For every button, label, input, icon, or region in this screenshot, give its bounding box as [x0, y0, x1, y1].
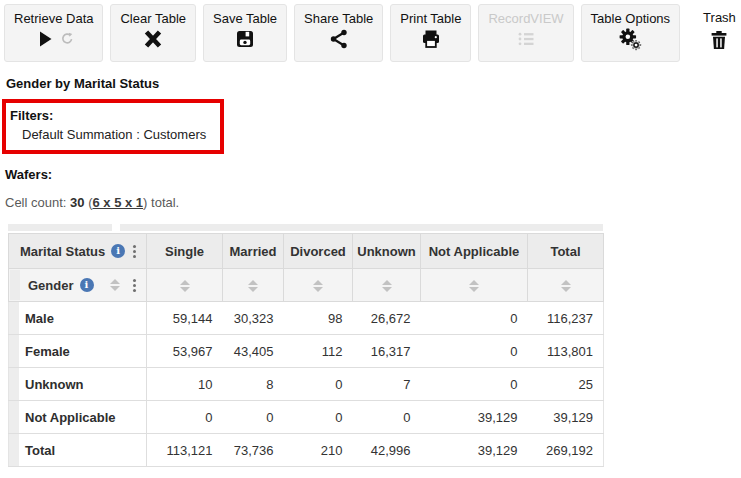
row-label: Female: [19, 344, 70, 359]
cell-na-single: 0: [147, 401, 223, 434]
cell-male-single: 59,144: [147, 302, 223, 335]
refresh-icon: [60, 31, 75, 49]
cell-unknown-unknown: 7: [353, 368, 421, 401]
trash-icon: [707, 28, 731, 55]
column-header-unknown: Unknown: [353, 234, 421, 269]
cell-female-single: 53,967: [147, 335, 223, 368]
marital-status-info-icon[interactable]: [111, 244, 125, 258]
sort-married[interactable]: [248, 280, 258, 292]
table-row-female: Female 53,967 43,405 112 16,317 0 113,80…: [9, 335, 604, 368]
table-options-button[interactable]: Table Options: [581, 4, 681, 62]
recordview-label: RecordVIEW: [488, 11, 563, 26]
cell-female-divorced: 112: [284, 335, 353, 368]
table-row-not-applicable: Not Applicable 0 0 0 0 39,129 39,129: [9, 401, 604, 434]
record-list-icon: [514, 27, 538, 54]
cell-total-unknown: 42,996: [353, 434, 421, 467]
row-dimension-title: Gender: [28, 278, 74, 293]
cell-total-divorced: 210: [284, 434, 353, 467]
row-label: Unknown: [19, 377, 84, 392]
column-header-not-applicable: Not Applicable: [421, 234, 528, 269]
toolbar: Retrieve Data Clear Table Save Table: [0, 0, 741, 62]
save-floppy-icon: [233, 27, 257, 54]
cell-male-not-applicable: 0: [421, 302, 528, 335]
clear-table-label: Clear Table: [120, 11, 186, 26]
row-label: Not Applicable: [19, 410, 116, 425]
sort-unknown[interactable]: [382, 280, 392, 292]
share-table-label: Share Table: [304, 11, 373, 26]
cell-unknown-not-applicable: 0: [421, 368, 528, 401]
print-table-label: Print Table: [400, 11, 461, 26]
cell-female-married: 43,405: [223, 335, 284, 368]
share-icon: [327, 27, 351, 54]
filters-highlight-box: Filters: Default Summation : Customers: [2, 99, 224, 154]
column-header-married: Married: [223, 234, 284, 269]
row-label: Male: [19, 311, 54, 326]
cell-unknown-single: 10: [147, 368, 223, 401]
cell-na-married: 0: [223, 401, 284, 434]
data-table: Marital Status Single Married Divorced U…: [8, 224, 603, 467]
cell-total-married: 73,736: [223, 434, 284, 467]
retrieve-data-button[interactable]: Retrieve Data: [4, 4, 103, 62]
gender-menu-icon[interactable]: [133, 284, 136, 287]
sort-total[interactable]: [561, 280, 571, 292]
cell-male-divorced: 98: [284, 302, 353, 335]
wafers-heading: Wafers:: [5, 167, 741, 182]
gears-icon: [617, 26, 643, 55]
cell-count-prefix: Cell count:: [5, 195, 70, 210]
table-row-male: Male 59,144 30,323 98 26,672 0 116,237: [9, 302, 604, 335]
gender-sort-control[interactable]: [110, 279, 120, 291]
cell-na-divorced: 0: [284, 401, 353, 434]
retrieve-data-label: Retrieve Data: [14, 11, 93, 26]
save-table-button[interactable]: Save Table: [203, 4, 287, 62]
column-header-single: Single: [147, 234, 223, 269]
trash-label: Trash: [703, 10, 736, 25]
column-header-divorced: Divorced: [284, 234, 353, 269]
cell-female-not-applicable: 0: [421, 335, 528, 368]
sort-controls-row: Gender: [9, 269, 604, 302]
filters-value: Default Summation : Customers: [22, 127, 206, 142]
clear-x-icon: [141, 27, 165, 54]
marital-status-menu-icon[interactable]: [133, 250, 136, 253]
filters-heading: Filters:: [10, 108, 206, 123]
sort-divorced[interactable]: [313, 280, 323, 292]
cell-female-unknown: 16,317: [353, 335, 421, 368]
cell-female-total: 113,801: [528, 335, 604, 368]
cell-unknown-married: 8: [223, 368, 284, 401]
table-options-label: Table Options: [591, 11, 671, 26]
trash-button[interactable]: Trash: [699, 4, 740, 62]
share-table-button[interactable]: Share Table: [294, 4, 383, 62]
cell-unknown-divorced: 0: [284, 368, 353, 401]
page-title: Gender by Marital Status: [6, 76, 741, 91]
cell-na-not-applicable: 39,129: [421, 401, 528, 434]
cell-total-not-applicable: 39,129: [421, 434, 528, 467]
cell-male-married: 30,323: [223, 302, 284, 335]
cell-count-suffix: total.: [147, 195, 179, 210]
sort-single[interactable]: [180, 280, 190, 292]
cell-male-total: 116,237: [528, 302, 604, 335]
row-label: Total: [19, 443, 55, 458]
cell-unknown-total: 25: [528, 368, 604, 401]
recordview-button: RecordVIEW: [478, 4, 573, 62]
cell-count-value: 30: [70, 195, 84, 210]
print-table-button[interactable]: Print Table: [390, 4, 471, 62]
table-top-strip: [8, 224, 603, 231]
cell-na-unknown: 0: [353, 401, 421, 434]
table-row-unknown: Unknown 10 8 0 7 0 25: [9, 368, 604, 401]
column-header-total: Total: [528, 234, 604, 269]
table-row-total: Total 113,121 73,736 210 42,996 39,129 2…: [9, 434, 604, 467]
save-table-label: Save Table: [213, 11, 277, 26]
cell-count-line: Cell count: 30 (6 x 5 x 1) total.: [5, 195, 741, 210]
cell-total-total: 269,192: [528, 434, 604, 467]
cell-na-total: 39,129: [528, 401, 604, 434]
printer-icon: [419, 27, 443, 54]
gender-info-icon[interactable]: [80, 278, 94, 292]
col-dimension-title: Marital Status: [20, 244, 105, 259]
clear-table-button[interactable]: Clear Table: [110, 4, 196, 62]
cell-total-single: 113,121: [147, 434, 223, 467]
play-icon: [33, 27, 57, 54]
column-dimension-header-row: Marital Status Single Married Divorced U…: [9, 234, 604, 269]
sort-not-applicable[interactable]: [469, 280, 479, 292]
cell-male-unknown: 26,672: [353, 302, 421, 335]
cell-dimensions-link[interactable]: 6 x 5 x 1: [92, 195, 143, 210]
